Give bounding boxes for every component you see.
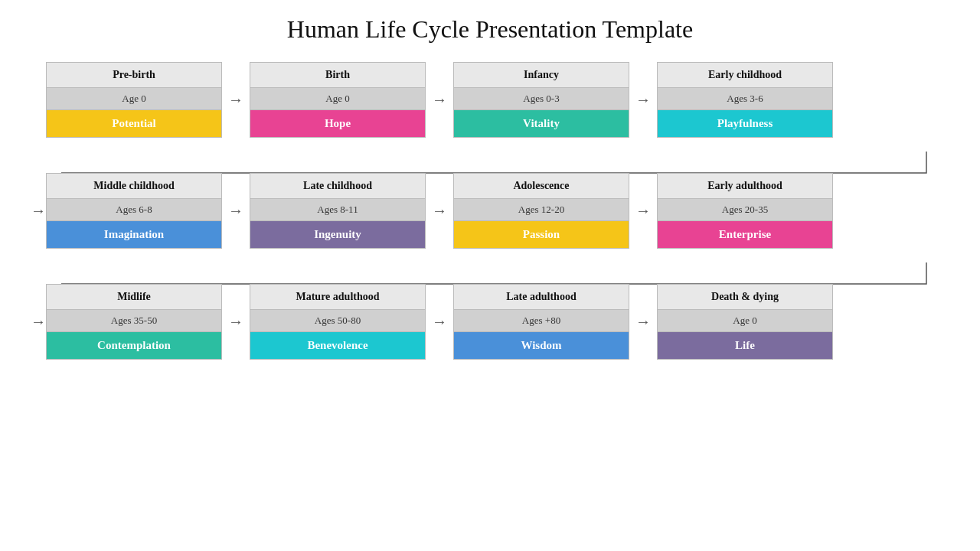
card-age-0-0: Age 0 bbox=[47, 88, 221, 110]
card-title-2-0: Midlife bbox=[47, 285, 221, 310]
card-age-2-0: Ages 35-50 bbox=[47, 310, 221, 332]
card-label-1-3: Enterprise bbox=[658, 221, 832, 248]
arrow-1-1: → bbox=[426, 202, 453, 220]
card-age-0-1: Age 0 bbox=[250, 88, 425, 110]
card-title-1-3: Early adulthood bbox=[658, 174, 832, 199]
card-0-0: Pre-birthAge 0Potential bbox=[46, 62, 222, 138]
card-title-2-3: Death & dying bbox=[658, 285, 832, 310]
card-label-0-1: Hope bbox=[250, 110, 425, 137]
row-0: Pre-birthAge 0Potential→BirthAge 0Hope→I… bbox=[31, 62, 949, 138]
card-age-1-2: Ages 12-20 bbox=[454, 199, 629, 221]
connector-0 bbox=[31, 152, 949, 173]
arrow-0-2: → bbox=[629, 91, 657, 109]
card-2-1: Mature adulthoodAges 50-80Benevolence bbox=[250, 284, 426, 360]
page-title: Human Life Cycle Presentation Template bbox=[287, 15, 693, 44]
card-2-3: Death & dyingAge 0Life bbox=[657, 284, 833, 360]
card-title-1-2: Adolescence bbox=[454, 174, 629, 199]
card-title-2-1: Mature adulthood bbox=[250, 285, 425, 310]
card-label-1-0: Imagination bbox=[47, 221, 221, 248]
card-age-1-3: Ages 20-35 bbox=[658, 199, 832, 221]
card-label-0-2: Vitality bbox=[454, 110, 629, 137]
card-age-1-0: Ages 6-8 bbox=[47, 199, 221, 221]
card-title-0-2: Infancy bbox=[454, 63, 629, 88]
diagram: Pre-birthAge 0Potential→BirthAge 0Hope→I… bbox=[31, 62, 949, 373]
card-2-0: MidlifeAges 35-50Contemplation bbox=[46, 284, 222, 360]
connector-1 bbox=[31, 262, 949, 284]
card-age-2-2: Ages +80 bbox=[454, 310, 629, 332]
card-age-1-1: Ages 8-11 bbox=[250, 199, 425, 221]
row-2: →MidlifeAges 35-50Contemplation→Mature a… bbox=[31, 284, 949, 360]
card-0-2: InfancyAges 0-3Vitality bbox=[453, 62, 629, 138]
card-label-1-2: Passion bbox=[454, 221, 629, 248]
card-label-2-2: Wisdom bbox=[454, 332, 629, 359]
arrow-1-0: → bbox=[222, 202, 250, 220]
card-1-0: Middle childhoodAges 6-8Imagination bbox=[46, 173, 222, 249]
card-label-2-3: Life bbox=[658, 332, 832, 359]
card-0-3: Early childhoodAges 3-6Playfulness bbox=[657, 62, 833, 138]
arrow-1-2: → bbox=[629, 202, 657, 220]
card-title-1-1: Late childhood bbox=[250, 174, 425, 199]
card-age-0-3: Ages 3-6 bbox=[658, 88, 832, 110]
card-title-0-3: Early childhood bbox=[658, 63, 832, 88]
card-title-1-0: Middle childhood bbox=[47, 174, 221, 199]
row-1: →Middle childhoodAges 6-8Imagination→Lat… bbox=[31, 173, 949, 249]
card-label-0-0: Potential bbox=[47, 110, 221, 137]
arrow-2-2: → bbox=[629, 313, 657, 331]
card-2-2: Late adulthoodAges +80Wisdom bbox=[453, 284, 629, 360]
arrow-2-0: → bbox=[222, 313, 250, 331]
card-label-2-0: Contemplation bbox=[47, 332, 221, 359]
card-age-0-2: Ages 0-3 bbox=[454, 88, 629, 110]
arrow-0-0: → bbox=[222, 91, 250, 109]
card-label-1-1: Ingenuity bbox=[250, 221, 425, 248]
card-0-1: BirthAge 0Hope bbox=[250, 62, 426, 138]
card-title-2-2: Late adulthood bbox=[454, 285, 629, 310]
arrow-2-1: → bbox=[426, 313, 453, 331]
card-1-1: Late childhoodAges 8-11Ingenuity bbox=[250, 173, 426, 249]
card-label-2-1: Benevolence bbox=[250, 332, 425, 359]
row-start-arrow-2: → bbox=[31, 313, 46, 331]
card-age-2-3: Age 0 bbox=[658, 310, 832, 332]
arrow-0-1: → bbox=[426, 91, 453, 109]
card-1-2: AdolescenceAges 12-20Passion bbox=[453, 173, 629, 249]
card-age-2-1: Ages 50-80 bbox=[250, 310, 425, 332]
row-start-arrow-1: → bbox=[31, 202, 46, 220]
card-label-0-3: Playfulness bbox=[658, 110, 832, 137]
card-title-0-1: Birth bbox=[250, 63, 425, 88]
card-title-0-0: Pre-birth bbox=[47, 63, 221, 88]
card-1-3: Early adulthoodAges 20-35Enterprise bbox=[657, 173, 833, 249]
